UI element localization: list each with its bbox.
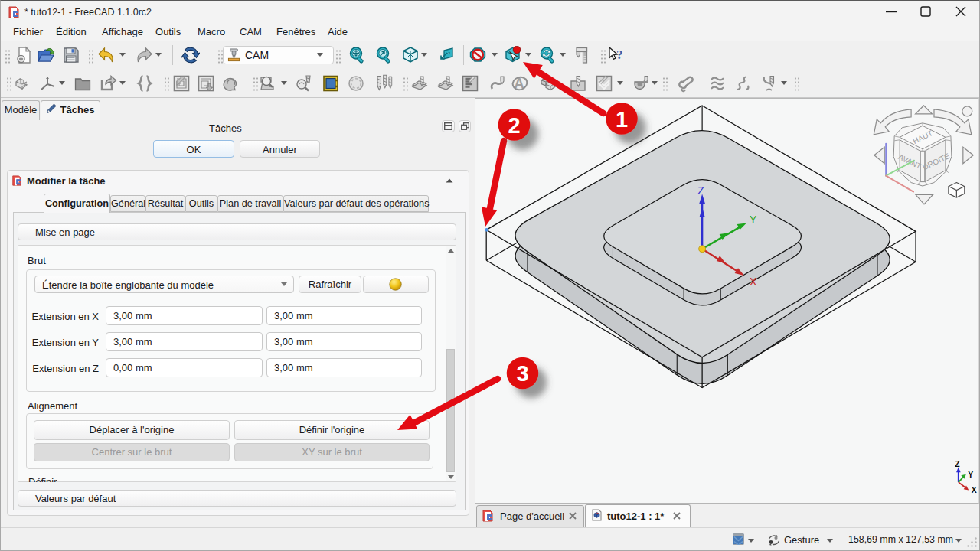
svg-text:Y: Y bbox=[968, 471, 973, 479]
svg-text:Y: Y bbox=[750, 214, 756, 226]
svg-text:Z: Z bbox=[955, 460, 960, 468]
svg-text:X: X bbox=[972, 486, 977, 494]
svg-text:X: X bbox=[750, 276, 756, 288]
svg-text:Z: Z bbox=[697, 184, 704, 197]
